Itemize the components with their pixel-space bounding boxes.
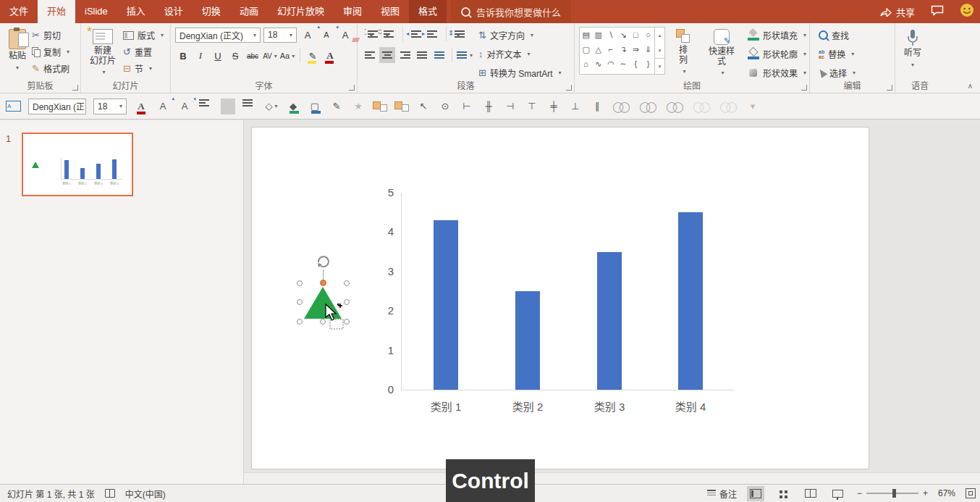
shape-glyph[interactable]: ⇓ [645,45,651,54]
character-spacing-button[interactable]: AV [262,48,278,64]
numbering-button[interactable] [384,30,394,38]
line-spacing-button[interactable] [455,30,465,38]
shape-fill-button[interactable]: ◆ [286,99,300,114]
slide-editing-surface[interactable]: 012345类别 1类别 2类别 3类别 4 [251,127,869,469]
tab-animations[interactable]: 动画 [230,0,268,23]
shape-glyph[interactable]: { [634,59,637,68]
slide-thumbnail-1[interactable]: 类别 1类别 2类别 3类别 4 [22,133,133,196]
align-text-button[interactable]: ↕对齐文本 [478,46,562,62]
tab-review[interactable]: 审阅 [334,0,371,23]
notes-button[interactable]: 备注 [707,488,737,500]
font-name-combo[interactable]: DengXian (正文)▾ [175,28,261,43]
align-objects-middle-button[interactable]: ╪ [546,99,561,114]
resize-handle-w[interactable] [297,299,303,305]
drawing-dialog-launcher[interactable] [801,85,807,91]
shape-glyph[interactable]: ▢ [582,45,589,54]
clipboard-dialog-launcher[interactable] [72,85,78,91]
paragraph-dialog-launcher[interactable] [566,85,572,91]
bullets-button[interactable] [368,30,379,38]
slideshow-view-button[interactable] [829,486,847,501]
shape-glyph[interactable]: ⌂ [583,59,588,68]
bar-1[interactable] [434,220,458,390]
merge-combine-button[interactable]: ◯◯ [638,99,658,114]
resize-handle-nw[interactable] [297,280,303,286]
clear-formatting-button[interactable]: A [337,27,353,43]
horizontal-scrollbar[interactable] [244,472,980,484]
tab-insert[interactable]: 插入 [117,0,155,23]
chart-object[interactable]: 012345类别 1类别 2类别 3类别 4 [252,127,869,469]
change-shape-button[interactable]: ◇ [264,99,279,114]
editing-dialog-launcher[interactable] [887,85,892,91]
font-size-combo[interactable]: 18▾ [93,99,127,114]
columns-button[interactable] [457,51,468,59]
decrease-indent-button[interactable] [411,30,422,38]
shape-outline-button[interactable]: 形状轮廓 [748,46,806,62]
tab-home[interactable]: 开始 [38,0,75,23]
section-button[interactable]: ⊟节 [123,60,164,77]
tab-file[interactable]: 文件 [0,0,38,23]
fit-slide-button[interactable] [966,488,976,498]
accessibility-icon[interactable] [105,489,115,498]
cut-button[interactable]: ✂剪切 [32,27,69,43]
align-center-button[interactable] [382,51,393,59]
text-direction-button[interactable]: ⇅文字方向 [478,27,562,43]
align-objects-right-button[interactable]: ⊣ [503,99,518,114]
zoom-slider[interactable] [866,493,918,494]
text-highlight-button[interactable]: ✎ [305,48,321,64]
format-painter-button[interactable]: ✎ [329,99,344,114]
font-color-button[interactable]: A [322,48,338,64]
align-center-button[interactable] [221,99,235,114]
align-objects-top-button[interactable]: ⊤ [525,99,539,114]
change-case-button[interactable]: Aa [279,48,295,64]
shape-glyph[interactable]: ▤ [582,30,589,40]
decrease-font-button[interactable]: A [318,27,334,43]
shape-glyph[interactable]: ∿ [595,59,601,69]
align-objects-bottom-button[interactable]: ⊥ [568,99,583,114]
strike-abc-button[interactable]: abc [245,48,261,64]
zoom-out-button[interactable]: − [857,488,862,498]
increase-font-button[interactable]: A [156,99,170,114]
gallery-scroll-up-button[interactable]: ▴ [655,28,664,43]
shape-outline-button[interactable]: ▢ [308,99,322,114]
shape-glyph[interactable]: ⌐ [609,45,613,54]
select-objects-button[interactable]: ↖ [416,99,431,114]
dictate-button[interactable]: 听写 [900,27,926,70]
bar-4[interactable] [678,212,703,390]
reading-view-button[interactable] [802,486,819,501]
merge-fragment-button[interactable]: ◯◯ [665,99,685,114]
shape-glyph[interactable]: ◠ [607,59,614,69]
comments-button[interactable] [931,5,944,19]
new-slide-button[interactable]: 新建幻灯片 [85,27,120,78]
text-box-icon[interactable]: A [6,101,21,112]
increase-indent-button[interactable] [427,30,438,38]
account-avatar[interactable] [960,3,974,20]
shape-gallery[interactable]: ▤▥∖↘□○▢△⌐↴⇒⇓⌂∿◠∼{} ▴▾▾ [579,27,665,75]
zoom-in-button[interactable]: + [923,488,928,498]
decrease-font-button[interactable]: A [177,99,192,114]
layout-button[interactable]: 版式 [123,27,164,43]
language-status[interactable]: 中文(中国) [125,488,166,500]
animation-delay-button[interactable]: ⊙ [438,99,452,114]
format-painter-button[interactable]: ✎格式刷 [32,60,69,77]
bar-3[interactable] [597,252,622,390]
tab-transitions[interactable]: 切换 [193,0,230,23]
justify-button[interactable] [417,51,428,59]
copy-button[interactable]: 复制 [32,43,69,60]
normal-view-button[interactable] [747,486,764,501]
tab-islide[interactable]: iSlide [75,0,117,23]
align-left-button[interactable] [365,51,376,59]
rotate-handle-icon[interactable] [316,254,331,270]
align-right-button[interactable] [400,51,410,59]
shape-glyph[interactable]: ▥ [595,30,602,40]
share-button[interactable]: 共享 [879,5,915,19]
align-justify-button[interactable] [242,99,257,114]
shape-fill-button[interactable]: 形状填充 [748,27,806,43]
shape-glyph[interactable]: ↘ [620,30,627,40]
tab-slide-show[interactable]: 幻灯片放映 [268,0,334,23]
slide-sorter-view-button[interactable] [774,486,792,501]
gallery-scroll-down-button[interactable]: ▾ [655,43,664,58]
italic-button[interactable]: I [193,48,208,64]
underline-button[interactable]: U [210,48,226,64]
arrange-button[interactable]: 排列 [671,27,696,77]
bar-2[interactable] [515,291,540,390]
